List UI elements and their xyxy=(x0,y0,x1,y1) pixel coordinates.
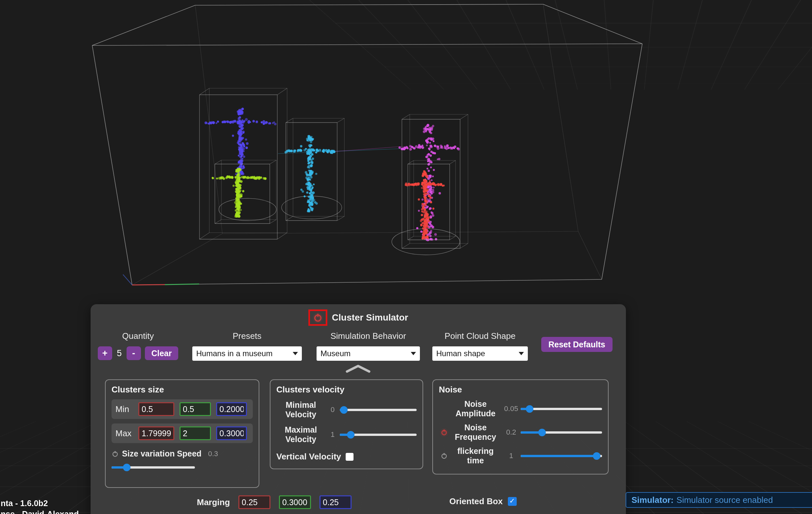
click-highlight-box xyxy=(309,309,327,326)
chevron-up-icon[interactable] xyxy=(345,364,371,373)
power-icon[interactable] xyxy=(440,452,448,459)
presets-select[interactable]: Humans in a museum xyxy=(192,346,302,361)
max-y-input[interactable] xyxy=(179,426,211,440)
maximal-velocity-slider[interactable] xyxy=(340,430,417,439)
flickering-time-label: flickering time xyxy=(449,446,502,465)
noise-frequency-slider[interactable] xyxy=(521,428,602,436)
purple-point-cloud-figure xyxy=(204,108,277,177)
oriented-box-row: Oriented Box xyxy=(449,496,517,507)
version-line2: nse - David-Alexand xyxy=(1,509,79,514)
clusters-velocity-panel: Clusters velocity Minimal Velocity 0 Max… xyxy=(270,380,423,469)
chevron-down-icon xyxy=(519,352,524,355)
quantity-value: 5 xyxy=(116,348,123,359)
cyan-point-cloud-figure xyxy=(285,135,336,212)
presets-column: Presets Humans in a museum xyxy=(192,331,302,361)
quantity-label: Quantity xyxy=(97,331,179,341)
marging-x-input[interactable] xyxy=(238,495,270,509)
power-icon[interactable] xyxy=(440,429,448,436)
panel-title-row: Cluster Simulator xyxy=(91,309,626,326)
point-cloud-shape-select[interactable]: Human shape xyxy=(432,346,528,361)
min-y-input[interactable] xyxy=(179,402,211,416)
clear-button[interactable]: Clear xyxy=(145,346,179,360)
min-z-input[interactable] xyxy=(216,402,247,416)
min-row: Min xyxy=(112,399,253,419)
slider-track xyxy=(340,409,417,411)
maximal-velocity-label: Maximal Velocity xyxy=(276,425,325,444)
oriented-box-label: Oriented Box xyxy=(449,496,503,507)
status-prefix: Simulator: xyxy=(632,495,674,505)
min-x-input[interactable] xyxy=(138,402,174,416)
noise-frequency-label: Noise Frequency xyxy=(449,423,502,442)
panel-title: Cluster Simulator xyxy=(332,312,408,323)
max-z-input[interactable] xyxy=(216,426,247,440)
max-label: Max xyxy=(115,428,133,439)
noise-frequency-value: 0.2 xyxy=(502,428,521,436)
shape-column: Point Cloud Shape Human shape xyxy=(432,331,528,361)
app-window: Cluster Simulator Quantity + 5 - Clear P… xyxy=(0,0,812,514)
noise-amplitude-slider[interactable] xyxy=(521,404,602,413)
slider-thumb[interactable] xyxy=(123,464,130,471)
behavior-label: Simulation Behavior xyxy=(317,331,420,341)
quantity-increase-button[interactable]: + xyxy=(98,346,112,360)
slider-thumb[interactable] xyxy=(526,405,533,413)
shape-label: Point Cloud Shape xyxy=(432,331,528,341)
noise-panel: Noise Noise Amplitude 0.05 No xyxy=(432,380,609,475)
version-line1: nta - 1.6.0b2 xyxy=(1,498,79,509)
red-point-cloud-figure xyxy=(405,170,445,240)
version-info: nta - 1.6.0b2 nse - David-Alexand xyxy=(1,498,79,514)
vertical-velocity-label: Vertical Velocity xyxy=(276,452,341,462)
presets-label: Presets xyxy=(192,331,302,341)
noise-amplitude-label: Noise Amplitude xyxy=(449,399,502,418)
clusters-size-panel: Clusters size Min Max Size variation Spe… xyxy=(105,380,259,488)
quantity-column: Quantity + 5 - Clear xyxy=(97,331,179,360)
size-variation-speed-slider[interactable] xyxy=(112,463,195,472)
behavior-selected-value: Museum xyxy=(320,349,351,358)
oriented-box-checkbox[interactable] xyxy=(508,497,517,506)
slider-thumb[interactable] xyxy=(593,452,601,460)
green-point-cloud-figure xyxy=(211,168,266,218)
maximal-velocity-value: 1 xyxy=(325,430,340,439)
marging-label: Marging xyxy=(197,497,230,508)
chevron-down-icon xyxy=(411,352,416,355)
marging-row: Marging xyxy=(197,495,352,509)
behavior-column: Simulation Behavior Museum xyxy=(317,331,420,361)
marging-z-input[interactable] xyxy=(319,495,352,509)
min-label: Min xyxy=(115,404,133,414)
noise-title: Noise xyxy=(439,385,602,395)
quantity-decrease-button[interactable]: - xyxy=(126,346,141,360)
minimal-velocity-value: 0 xyxy=(325,405,340,414)
status-bar: Simulator: Simulator source enabled xyxy=(626,492,812,508)
slider-thumb[interactable] xyxy=(538,429,546,436)
slider-thumb[interactable] xyxy=(347,431,354,439)
slider-fill xyxy=(521,455,597,457)
simulation-behavior-select[interactable]: Museum xyxy=(317,346,420,361)
minimal-velocity-slider[interactable] xyxy=(340,405,417,414)
size-variation-speed-value: 0.3 xyxy=(208,450,218,458)
max-row: Max xyxy=(112,423,253,443)
slider-thumb[interactable] xyxy=(340,406,348,414)
vertical-velocity-checkbox[interactable] xyxy=(346,453,353,461)
power-icon[interactable] xyxy=(112,450,119,457)
clusters-size-title: Clusters size xyxy=(112,385,253,395)
clusters-velocity-title: Clusters velocity xyxy=(276,385,417,395)
chevron-down-icon xyxy=(293,352,298,355)
minimal-velocity-label: Minimal Velocity xyxy=(276,400,325,419)
cluster-simulator-panel: Cluster Simulator Quantity + 5 - Clear P… xyxy=(91,304,626,514)
flickering-time-slider[interactable] xyxy=(521,452,602,460)
reset-defaults-button[interactable]: Reset Defaults xyxy=(541,337,612,352)
status-message: Simulator source enabled xyxy=(677,495,773,505)
presets-selected-value: Humans in a museum xyxy=(196,349,272,358)
power-icon[interactable] xyxy=(313,313,323,323)
marging-y-input[interactable] xyxy=(279,495,311,509)
size-variation-speed-label: Size variation Speed xyxy=(122,449,201,458)
shape-selected-value: Human shape xyxy=(436,349,485,358)
flickering-time-value: 1 xyxy=(502,452,521,460)
max-x-input[interactable] xyxy=(138,426,174,440)
noise-amplitude-value: 0.05 xyxy=(502,404,521,413)
